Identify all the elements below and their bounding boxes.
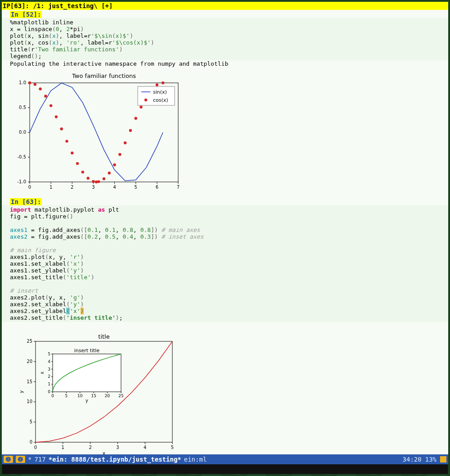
- svg-point-42: [97, 180, 100, 183]
- svg-point-45: [113, 163, 116, 166]
- svg-point-47: [124, 141, 126, 144]
- major-mode: ein:ml: [184, 456, 207, 463]
- svg-text:15: 15: [91, 394, 96, 398]
- svg-point-30: [39, 87, 41, 90]
- tab-bar[interactable]: IP[63]: /1: just_testing\ [+]: [2, 2, 448, 10]
- svg-text:5: 5: [30, 419, 32, 424]
- svg-text:25: 25: [27, 339, 32, 344]
- svg-point-48: [129, 129, 132, 132]
- svg-text:-1.0: -1.0: [17, 179, 26, 184]
- cell-52: In [52]: %matplotlib inline x = linspace…: [2, 10, 448, 195]
- svg-point-36: [71, 152, 73, 154]
- svg-text:cos(x): cos(x): [153, 97, 168, 103]
- svg-text:sin(x): sin(x): [153, 89, 167, 95]
- minibuffer[interactable]: [2, 464, 448, 474]
- svg-point-38: [81, 171, 84, 173]
- svg-point-34: [60, 127, 63, 130]
- svg-text:x: x: [103, 450, 106, 454]
- window-badge-2: ❷: [4, 456, 13, 463]
- svg-point-50: [140, 105, 142, 108]
- svg-text:3: 3: [116, 445, 119, 450]
- svg-text:7: 7: [177, 185, 180, 190]
- modeline: ❷ ❶ * 717 *ein: 8888/test.ipynb/just_tes…: [2, 454, 448, 464]
- svg-text:15: 15: [27, 379, 32, 384]
- modified-star: *: [28, 456, 32, 463]
- stdout-52: Populating the interactive namespace fro…: [2, 60, 448, 67]
- svg-point-29: [34, 83, 36, 86]
- input-prompt-52: In [52]:: [10, 11, 42, 18]
- window-badge-1: ❶: [16, 456, 25, 463]
- svg-text:0: 0: [48, 390, 50, 394]
- svg-text:20: 20: [27, 359, 32, 364]
- buffer-name: *ein: 8888/test.ipynb/just_testing*: [49, 456, 181, 463]
- svg-text:10: 10: [77, 394, 83, 398]
- svg-text:1: 1: [62, 445, 64, 450]
- scroll-percent: 13%: [425, 456, 436, 463]
- svg-point-28: [28, 82, 31, 84]
- line-number-indicator: 717: [34, 456, 45, 463]
- svg-text:4: 4: [48, 359, 50, 364]
- svg-text:1: 1: [50, 185, 52, 190]
- chart-title-inset: title0123450510152025xyinsert title05101…: [7, 326, 448, 454]
- cursor-position: 34:20: [403, 456, 422, 463]
- svg-point-39: [86, 177, 89, 179]
- svg-text:0: 0: [28, 185, 31, 190]
- cell-63: In [63]: import matplotlib.pyplot as plt…: [2, 197, 448, 454]
- code-block-52[interactable]: %matplotlib inline x = linspace(0, 2*pi)…: [2, 18, 448, 60]
- svg-point-43: [103, 177, 105, 180]
- svg-text:3: 3: [48, 367, 50, 372]
- svg-text:6: 6: [156, 185, 158, 190]
- svg-text:3: 3: [92, 185, 94, 190]
- svg-text:2: 2: [48, 374, 50, 379]
- svg-text:y: y: [86, 398, 88, 403]
- buffer-content[interactable]: In [52]: %matplotlib inline x = linspace…: [2, 10, 448, 454]
- svg-point-40: [92, 180, 94, 183]
- svg-text:4: 4: [113, 185, 116, 190]
- svg-text:0.5: 0.5: [19, 105, 26, 110]
- svg-text:25: 25: [118, 394, 123, 398]
- svg-text:10: 10: [27, 399, 32, 404]
- svg-point-33: [55, 115, 58, 118]
- svg-point-53: [156, 83, 158, 86]
- svg-text:2: 2: [71, 185, 73, 190]
- svg-text:0.0: 0.0: [19, 130, 26, 135]
- svg-text:4: 4: [144, 445, 146, 450]
- svg-text:0: 0: [51, 394, 54, 398]
- svg-text:insert title: insert title: [74, 348, 100, 354]
- svg-text:5: 5: [48, 352, 50, 356]
- svg-text:20: 20: [105, 394, 110, 398]
- svg-text:5: 5: [135, 185, 137, 190]
- code-block-63[interactable]: import matplotlib.pyplot as plt fig = pl…: [2, 205, 448, 322]
- svg-text:5: 5: [171, 445, 174, 450]
- chart-two-familiar: Two familiar functions01234567-1.0-0.50.…: [7, 72, 448, 195]
- svg-point-58: [144, 99, 147, 101]
- svg-point-32: [50, 104, 52, 107]
- svg-point-44: [108, 172, 111, 174]
- svg-point-49: [135, 117, 137, 120]
- svg-text:1.0: 1.0: [19, 80, 26, 85]
- svg-point-46: [118, 153, 121, 156]
- svg-point-31: [44, 95, 47, 97]
- svg-text:-0.5: -0.5: [17, 154, 26, 159]
- svg-text:2: 2: [89, 445, 91, 450]
- mode-indicator-icon: [440, 456, 446, 462]
- editor-frame: IP[63]: /1: just_testing\ [+] In [52]: %…: [2, 2, 448, 474]
- svg-text:Two familiar functions: Two familiar functions: [72, 73, 136, 79]
- svg-text:0: 0: [34, 445, 37, 450]
- svg-text:title: title: [98, 333, 109, 340]
- svg-text:y: y: [18, 390, 24, 393]
- svg-point-35: [65, 140, 68, 142]
- svg-text:x: x: [40, 372, 45, 374]
- svg-point-54: [162, 82, 164, 84]
- svg-text:1: 1: [48, 382, 50, 386]
- svg-point-37: [76, 162, 79, 165]
- input-prompt-63: In [63]:: [10, 198, 42, 205]
- svg-rect-88: [53, 354, 121, 392]
- svg-text:0: 0: [30, 440, 32, 444]
- svg-text:5: 5: [65, 394, 68, 398]
